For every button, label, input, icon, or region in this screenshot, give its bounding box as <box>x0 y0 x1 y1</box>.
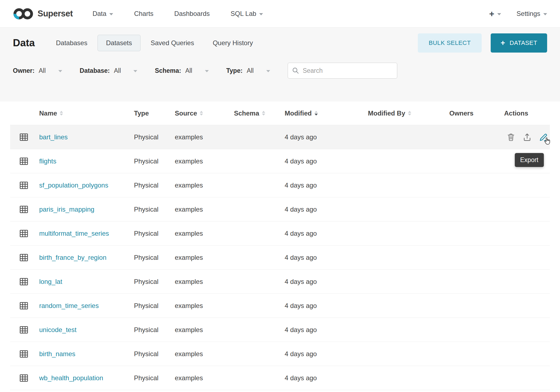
new-item-menu-button[interactable]: + <box>489 9 501 18</box>
search-input[interactable] <box>303 67 393 74</box>
page-title: Data <box>13 37 35 49</box>
filter-label: Type: <box>226 67 243 74</box>
upload-icon <box>522 132 532 142</box>
chevron-down-icon <box>497 13 501 15</box>
column-header-type: Type <box>134 109 175 117</box>
database-filter-dropdown[interactable]: Database: All <box>80 67 138 74</box>
column-header-modified-by[interactable]: Modified By <box>368 109 449 117</box>
export-tooltip: Export <box>515 153 544 167</box>
nav-item-label: Data <box>93 10 107 18</box>
tab-databases[interactable]: Databases <box>47 35 96 51</box>
dataset-grid-icon <box>19 204 29 214</box>
dataset-name-link[interactable]: birth_names <box>39 350 75 358</box>
dataset-type: Physical <box>134 254 175 261</box>
dataset-name-link[interactable]: paris_iris_mapping <box>39 206 94 213</box>
nav-item-data[interactable]: Data <box>93 10 113 18</box>
dataset-name-link[interactable]: wb_health_population <box>39 374 103 382</box>
nav-item-label: Charts <box>134 10 153 18</box>
filter-label: Owner: <box>13 67 35 74</box>
schema-filter-dropdown[interactable]: Schema: All <box>155 67 208 74</box>
dataset-type: Physical <box>134 206 175 213</box>
dataset-type: Physical <box>134 350 175 358</box>
chevron-down-icon <box>266 70 270 72</box>
dataset-source: examples <box>175 350 234 358</box>
filter-label: Schema: <box>155 67 181 74</box>
dataset-name-link[interactable]: flights <box>39 157 56 165</box>
superset-brand[interactable]: Superset <box>13 7 73 20</box>
row-actions: Export <box>504 197 550 221</box>
dataset-modified: 4 days ago <box>285 181 368 189</box>
dataset-source: examples <box>175 278 234 286</box>
filter-value: All <box>185 67 192 74</box>
tab-saved-queries[interactable]: Saved Queries <box>142 35 203 51</box>
tab-query-history[interactable]: Query History <box>204 35 261 51</box>
dataset-name-link[interactable]: birth_france_by_region <box>39 254 107 261</box>
row-actions: Export <box>504 366 550 390</box>
dataset-source: examples <box>175 206 234 213</box>
nav-item-charts[interactable]: Charts <box>134 10 153 18</box>
table-row: wb_health_population Physical examples 4… <box>10 366 550 390</box>
dataset-name-link[interactable]: bart_lines <box>39 133 68 141</box>
filter-value: All <box>114 67 121 74</box>
table-row: long_lat Physical examples 4 days ago <box>10 270 550 294</box>
column-header-name[interactable]: Name <box>39 109 134 117</box>
bulk-select-button[interactable]: BULK SELECT <box>418 33 482 53</box>
dataset-modified: 4 days ago <box>285 302 368 310</box>
dataset-modified: 4 days ago <box>285 157 368 165</box>
row-actions: Export <box>504 221 550 245</box>
dataset-grid-icon <box>19 180 29 190</box>
column-header-schema[interactable]: Schema <box>234 109 285 117</box>
dataset-grid-icon <box>19 373 29 383</box>
row-actions: Export <box>504 246 550 269</box>
nav-item-dashboards[interactable]: Dashboards <box>174 10 210 18</box>
table-row: bart_lines Physical examples 4 days ago <box>10 125 550 149</box>
dataset-source: examples <box>175 374 234 382</box>
dataset-modified: 4 days ago <box>285 278 368 286</box>
table-row: flights Physical examples 4 days ago <box>10 149 550 173</box>
sort-icon-active <box>315 111 318 116</box>
brand-name: Superset <box>38 9 73 19</box>
dataset-name-link[interactable]: sf_population_polygons <box>39 181 108 189</box>
dataset-name-link[interactable]: multiformat_time_series <box>39 230 109 237</box>
table-row: birth_france_by_region Physical examples… <box>10 246 550 270</box>
dataset-name-link[interactable]: long_lat <box>39 278 62 285</box>
dataset-modified: 4 days ago <box>285 326 368 334</box>
settings-menu-button[interactable]: Settings <box>516 10 547 18</box>
tab-datasets[interactable]: Datasets <box>98 35 141 51</box>
nav-item-sql-lab[interactable]: SQL Lab <box>230 10 263 18</box>
dataset-name-link[interactable]: unicode_test <box>39 326 76 333</box>
column-header-modified[interactable]: Modified <box>285 109 368 117</box>
column-header-source[interactable]: Source <box>175 109 234 117</box>
dataset-source: examples <box>175 326 234 334</box>
row-actions: Export <box>504 173 550 197</box>
table-row: sf_population_polygons Physical examples… <box>10 173 550 197</box>
column-header-owners: Owners <box>449 109 504 117</box>
dataset-grid-icon <box>19 301 29 311</box>
dataset-grid-icon <box>19 349 29 359</box>
main-nav: Data Charts Dashboards SQL Lab <box>93 10 263 18</box>
type-filter-dropdown[interactable]: Type: All <box>226 67 270 74</box>
dataset-modified: 4 days ago <box>285 133 368 141</box>
row-actions: Export <box>504 318 550 342</box>
sort-icon <box>408 111 411 116</box>
export-button[interactable] <box>522 132 532 142</box>
navbar-right: + Settings <box>489 9 547 18</box>
add-dataset-button[interactable]: + DATASET <box>491 33 547 53</box>
dataset-type: Physical <box>134 230 175 237</box>
dataset-name-link[interactable]: random_time_series <box>39 302 99 309</box>
chevron-down-icon <box>109 13 113 15</box>
nav-item-label: SQL Lab <box>230 10 256 18</box>
dataset-source: examples <box>175 133 234 141</box>
sort-icon <box>200 111 203 116</box>
table-body: bart_lines Physical examples 4 days ago <box>10 125 550 390</box>
dataset-grid-icon <box>19 253 29 263</box>
owner-filter-dropdown[interactable]: Owner: All <box>13 67 62 74</box>
dataset-type: Physical <box>134 374 175 382</box>
datasets-table: Name Type Source Schema Modified Modifie… <box>0 102 560 390</box>
dataset-type: Physical <box>134 278 175 286</box>
delete-button[interactable] <box>507 132 515 142</box>
sort-icon <box>262 111 265 116</box>
plus-icon: + <box>489 9 495 18</box>
sort-icon <box>60 111 63 116</box>
dataset-grid-icon <box>19 156 29 166</box>
